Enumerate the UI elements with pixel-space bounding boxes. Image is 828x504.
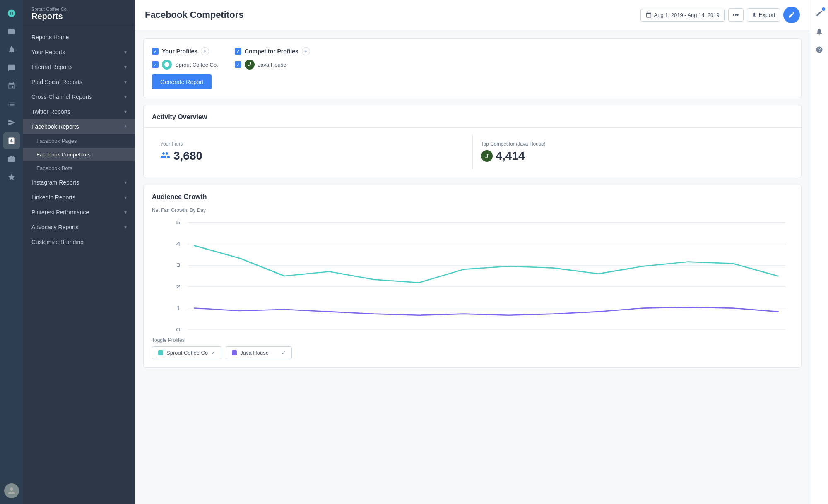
rail-icon-bell[interactable] xyxy=(3,41,20,58)
more-options-button[interactable]: ••• xyxy=(728,8,744,22)
right-edit-icon xyxy=(816,10,823,17)
svg-text:2: 2 xyxy=(176,284,181,290)
competitor-profile-item: ✓ J Java House xyxy=(235,60,310,70)
sidebar-item-instagram[interactable]: Instagram Reports ▾ xyxy=(23,175,135,190)
sprout-toggle-dot xyxy=(158,350,163,355)
toggle-profiles: Toggle Profiles Sprout Coffee Co ✓ Java … xyxy=(152,337,793,359)
sidebar-item-reports-home[interactable]: Reports Home xyxy=(23,30,135,45)
competitor-profiles-group: ✓ Competitor Profiles + ✓ J Java House xyxy=(235,47,310,70)
sidebar-item-pinterest[interactable]: Pinterest Performance ▾ xyxy=(23,205,135,220)
edit-icon xyxy=(788,11,795,19)
chart-container: 5 4 3 2 1 0 1 Jan 2 3 4 5 6 7 8 9 xyxy=(152,218,793,334)
svg-text:2: 2 xyxy=(237,333,242,334)
add-your-profile-btn[interactable]: + xyxy=(201,47,209,55)
your-profile-name: Sprout Coffee Co. xyxy=(175,62,218,68)
sidebar-item-cross-channel[interactable]: Cross-Channel Reports ▾ xyxy=(23,89,135,104)
sidebar-item-your-reports[interactable]: Your Reports ▾ xyxy=(23,45,135,60)
java-toggle-dot xyxy=(232,350,237,355)
main-content: Facebook Competitors Aug 1, 2019 - Aug 1… xyxy=(135,0,810,504)
rail-icon-pin[interactable] xyxy=(3,78,20,94)
chevron-advocacy: ▾ xyxy=(124,224,127,230)
export-icon xyxy=(751,12,757,18)
rail-icon-chart[interactable] xyxy=(3,132,20,149)
competitor-profile-name: Java House xyxy=(258,62,286,68)
sidebar: Sprout Coffee Co. Reports Reports Home Y… xyxy=(23,0,135,504)
chevron-cross-channel: ▾ xyxy=(124,94,127,100)
toggle-sprout-btn[interactable]: Sprout Coffee Co ✓ xyxy=(152,346,221,359)
your-profiles-group: ✓ Your Profiles + ✓ Sprout Coffee Co. xyxy=(152,47,218,70)
user-avatar[interactable] xyxy=(3,482,20,499)
chevron-facebook: ▾ xyxy=(124,124,127,130)
right-panel-edit-btn[interactable] xyxy=(813,7,826,20)
svg-text:13: 13 xyxy=(729,333,737,334)
rail-icon-send[interactable] xyxy=(3,114,20,131)
chart-label: Net Fan Growth, By Day xyxy=(152,207,793,213)
audience-growth-card: Audience Growth Net Fan Growth, By Day 5… xyxy=(143,185,802,368)
metrics-row: Your Fans 3,680 Top Competitor (Java Hou… xyxy=(152,134,793,169)
your-fans-metric: Your Fans 3,680 xyxy=(152,134,472,169)
edit-button[interactable] xyxy=(783,7,800,23)
profile-selection-card: ✓ Your Profiles + ✓ Sprout Coffee Co. xyxy=(143,38,802,98)
competitor-profiles-checkbox[interactable]: ✓ xyxy=(235,48,241,55)
chevron-internal-reports: ▾ xyxy=(124,64,127,70)
add-competitor-btn[interactable]: + xyxy=(302,47,310,55)
activity-overview-card: Activity Overview Your Fans 3,680 Top Co… xyxy=(143,105,802,178)
right-panel-help-btn[interactable] xyxy=(813,43,826,56)
right-help-icon xyxy=(816,46,823,53)
company-name: Sprout Coffee Co. xyxy=(31,7,127,12)
toggle-java-btn[interactable]: Java House ✓ xyxy=(226,346,292,359)
header-actions: Aug 1, 2019 - Aug 14, 2019 ••• Export xyxy=(640,7,800,23)
sidebar-item-facebook-bots[interactable]: Facebook Bots xyxy=(23,161,135,175)
rail-icon-list[interactable] xyxy=(3,96,20,113)
icon-rail xyxy=(0,0,23,504)
competitor-profiles-header: ✓ Competitor Profiles + xyxy=(235,47,310,55)
svg-text:8: 8 xyxy=(506,333,511,334)
sidebar-item-paid-social[interactable]: Paid Social Reports ▾ xyxy=(23,74,135,89)
java-toggle-label: Java House xyxy=(240,350,269,356)
svg-text:5: 5 xyxy=(176,220,181,226)
svg-text:4: 4 xyxy=(327,333,332,334)
rail-icon-star[interactable] xyxy=(3,169,20,185)
java-house-icon: J xyxy=(245,60,255,70)
sidebar-item-internal-reports[interactable]: Internal Reports ▾ xyxy=(23,60,135,74)
date-picker-button[interactable]: Aug 1, 2019 - Aug 14, 2019 xyxy=(640,9,725,22)
sidebar-item-facebook-pages[interactable]: Facebook Pages xyxy=(23,134,135,148)
date-range-text: Aug 1, 2019 - Aug 14, 2019 xyxy=(654,12,720,18)
competitor-fans-value: 4,414 xyxy=(496,149,525,163)
svg-text:4: 4 xyxy=(176,241,181,247)
svg-text:11: 11 xyxy=(639,333,647,334)
svg-text:6: 6 xyxy=(417,333,421,334)
generate-report-button[interactable]: Generate Report xyxy=(152,74,212,89)
your-profile-checkbox[interactable]: ✓ xyxy=(152,61,159,68)
rail-icon-message[interactable] xyxy=(3,60,20,76)
sidebar-section-title: Reports xyxy=(31,12,127,21)
your-profile-item: ✓ Sprout Coffee Co. xyxy=(152,60,218,70)
competitor-profiles-label: Competitor Profiles xyxy=(245,48,298,55)
sidebar-item-advocacy[interactable]: Advocacy Reports ▾ xyxy=(23,220,135,235)
sprout-toggle-label: Sprout Coffee Co xyxy=(166,350,208,356)
sidebar-item-facebook-competitors[interactable]: Facebook Competitors xyxy=(23,148,135,161)
right-panel-bell-btn[interactable] xyxy=(813,25,826,38)
rail-icon-gift[interactable] xyxy=(3,151,20,167)
svg-text:0: 0 xyxy=(176,327,181,332)
svg-text:14: 14 xyxy=(773,333,782,334)
chevron-twitter: ▾ xyxy=(124,109,127,115)
calendar-icon xyxy=(646,12,652,18)
sidebar-item-facebook[interactable]: Facebook Reports ▾ xyxy=(23,119,135,134)
sidebar-item-customize[interactable]: Customize Branding xyxy=(23,235,135,250)
page-title: Facebook Competitors xyxy=(145,10,243,20)
rail-icon-sprout[interactable] xyxy=(3,5,20,22)
your-profiles-header: ✓ Your Profiles + xyxy=(152,47,218,55)
competitor-profile-checkbox[interactable]: ✓ xyxy=(235,61,241,68)
sprout-check-icon: ✓ xyxy=(211,350,215,356)
competitor-value-row: J 4,414 xyxy=(481,149,785,163)
rail-icon-folder[interactable] xyxy=(3,23,20,40)
export-button[interactable]: Export xyxy=(747,8,780,22)
sidebar-header: Sprout Coffee Co. Reports xyxy=(23,0,135,26)
svg-text:7: 7 xyxy=(462,333,466,334)
sidebar-item-linkedin[interactable]: LinkedIn Reports ▾ xyxy=(23,190,135,205)
sidebar-item-twitter[interactable]: Twitter Reports ▾ xyxy=(23,104,135,119)
your-profiles-checkbox[interactable]: ✓ xyxy=(152,48,159,55)
audience-chart: 5 4 3 2 1 0 1 Jan 2 3 4 5 6 7 8 9 xyxy=(152,218,793,334)
competitor-metric-label: Top Competitor (Java House) xyxy=(481,141,785,147)
